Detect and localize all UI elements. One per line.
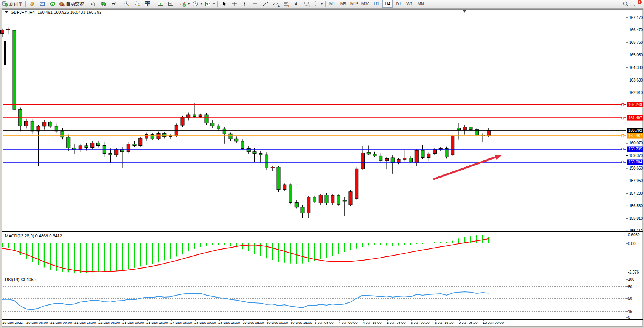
arrows-icon[interactable]	[312, 0, 324, 8]
price-tick-label: 160.070	[629, 141, 643, 145]
candle-body	[367, 152, 370, 154]
chart-area[interactable]: 167.170166.470165.750165.050164.330163.6…	[0, 0, 644, 328]
candles-chart-icon[interactable]	[98, 0, 109, 8]
text-icon[interactable]: A	[291, 0, 301, 8]
toolbar-separator	[177, 1, 177, 7]
level-line-handle[interactable]	[622, 148, 624, 150]
text-icon-glyph: A	[295, 2, 298, 6]
new-order-button[interactable]: 新订单	[1, 0, 24, 8]
crosshair-icon[interactable]	[229, 0, 239, 8]
cursor-icon[interactable]	[219, 0, 229, 8]
timeframe-m30[interactable]: M30	[360, 0, 371, 8]
candle-body	[451, 136, 454, 155]
rsi-tick-label: 100	[628, 277, 634, 282]
candle-body	[283, 185, 286, 190]
time-tick-label: 3 Jan 08:00	[315, 320, 334, 325]
candle-body	[343, 200, 346, 201]
trendline-icon[interactable]	[260, 0, 270, 8]
auto-scroll-icon[interactable]	[155, 0, 165, 8]
price-tick-label: 164.330	[629, 66, 643, 70]
zoom-out-icon[interactable]	[132, 0, 142, 8]
macd-tick-label: -2.076	[628, 270, 639, 274]
time-tick-label: 9 Jan 08:00	[459, 320, 478, 325]
candle-body	[331, 195, 334, 203]
candle-body	[307, 197, 310, 213]
autotrade-button[interactable]: 自动交易	[58, 0, 85, 8]
fibonacci-icon[interactable]: F	[281, 0, 291, 8]
tile-windows-icon[interactable]	[142, 0, 153, 8]
candle-body	[469, 127, 472, 130]
fibonacci-icon-glyph: F	[288, 5, 290, 8]
candle-body	[217, 126, 220, 129]
candle-body	[25, 121, 28, 126]
price-tick-label: 157.230	[629, 191, 643, 195]
price-tick-label: 155.810	[629, 216, 643, 221]
signal-icon[interactable]	[47, 0, 58, 8]
price-tick-label: 163.630	[629, 78, 643, 82]
candle-body	[205, 115, 208, 123]
price-tick-label: 155.110	[629, 229, 643, 233]
candle-body	[325, 195, 328, 203]
chart-window-icon[interactable]	[37, 0, 47, 8]
level-line-handle[interactable]	[622, 161, 624, 163]
zoom-in-icon[interactable]	[122, 0, 132, 8]
level-line-handle[interactable]	[622, 117, 624, 119]
timeframe-h4[interactable]: H4	[382, 0, 393, 8]
eraser-icon[interactable]	[27, 0, 37, 8]
toolbar-separator	[154, 1, 154, 7]
level-line-handle[interactable]	[622, 135, 624, 137]
timeframe-w1[interactable]: W1	[405, 0, 415, 8]
candle-body	[457, 128, 461, 130]
channel-icon[interactable]: E	[270, 0, 281, 8]
time-tick-label: 4 Jan 16:00	[363, 320, 382, 325]
time-tick-label: 10 Jan 00:00	[483, 320, 504, 325]
horizontal-line-icon[interactable]	[250, 0, 260, 8]
candle-body	[319, 195, 322, 203]
indicators-icon[interactable]	[178, 0, 191, 8]
timeframe-d1[interactable]: D1	[393, 0, 404, 8]
toolbar: 新订单自动交易EFAT M1M5M15M30H1H4D1W1MN 1	[0, 0, 644, 8]
templates-icon[interactable]	[204, 0, 216, 8]
rsi-tick-label: 50	[628, 296, 633, 301]
vertical-line-icon[interactable]	[239, 0, 250, 8]
notifications-icon[interactable]: 1	[631, 0, 641, 8]
timeframe-h1[interactable]: H1	[371, 0, 382, 8]
price-tick-label: 165.050	[629, 53, 643, 57]
candle-body	[229, 134, 232, 139]
candle-body	[115, 149, 118, 155]
text-label-icon[interactable]: T	[301, 0, 312, 8]
candle-body	[373, 154, 376, 156]
candle-body	[409, 158, 413, 162]
time-tick-label: 6 Jan 16:00	[435, 320, 454, 325]
toolbar-separator	[120, 1, 120, 7]
rsi-tick-label: 15	[628, 310, 633, 314]
dropdown-caret-icon[interactable]	[213, 3, 215, 5]
candle-body	[43, 122, 46, 126]
chart-window-frame	[2, 9, 643, 326]
text-label-icon-glyph: T	[309, 5, 311, 8]
search-icon[interactable]	[620, 0, 631, 8]
dropdown-caret-icon[interactable]	[321, 3, 323, 5]
dropdown-caret-icon[interactable]	[200, 3, 202, 5]
candle-body	[193, 115, 196, 117]
timeframe-m1[interactable]: M1	[327, 0, 337, 8]
line-chart-icon[interactable]	[109, 0, 119, 8]
level-line-handle[interactable]	[622, 104, 624, 106]
candle-body	[433, 149, 437, 153]
timeframe-mn[interactable]: MN	[416, 0, 426, 8]
timeframe-toolbar: M1M5M15M30H1H4D1W1MN	[327, 0, 426, 8]
bars-chart-icon[interactable]	[88, 0, 98, 8]
candle-body	[13, 30, 16, 109]
dropdown-caret-icon[interactable]	[188, 3, 190, 5]
periods-icon[interactable]	[191, 0, 204, 8]
chart-shift-icon[interactable]	[165, 0, 176, 8]
candle-body	[85, 146, 88, 148]
time-tick-label: 27 Dec 08:00	[170, 320, 192, 325]
time-tick-label: 28 Dec 00:00	[194, 320, 216, 325]
timeframe-m15[interactable]: M15	[349, 0, 360, 8]
candle-body	[337, 195, 340, 204]
timeframe-m5[interactable]: M5	[338, 0, 348, 8]
symbol-dropdown-icon[interactable]	[5, 11, 8, 13]
candle-body	[139, 138, 142, 146]
time-tick-label: 23 Dec 00:00	[122, 320, 144, 325]
